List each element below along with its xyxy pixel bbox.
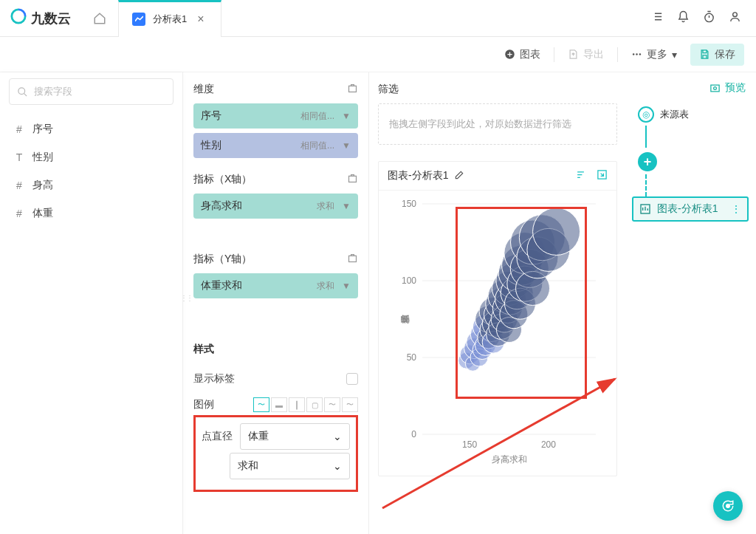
field-pill[interactable]: 体重求和 求和 ▼ [193, 273, 358, 298]
field-pill[interactable]: 序号 相同值... ▼ [193, 103, 358, 129]
pill-label: 性别 [201, 139, 221, 152]
legend-opt-1[interactable]: 〜 [253, 397, 269, 412]
divider [617, 47, 618, 62]
style-header: 样式 [193, 343, 214, 356]
bell-icon[interactable] [677, 10, 690, 27]
legend-opt-5[interactable]: 〜 [324, 397, 340, 412]
chart-node-icon [639, 203, 651, 215]
chevron-down-icon[interactable]: ▼ [342, 281, 351, 291]
tab-analysis-1[interactable]: 分析表1 × [118, 0, 221, 37]
show-label-checkbox[interactable] [346, 373, 358, 385]
svg-text:体重求和: 体重求和 [401, 315, 410, 324]
app-name: 九数云 [31, 10, 71, 27]
chevron-down-icon[interactable]: ▼ [342, 140, 351, 151]
preview-link-label: 预览 [725, 81, 746, 95]
field-type-icon: # [13, 208, 25, 219]
field-item[interactable]: T性别 [9, 143, 173, 171]
svg-point-68 [726, 504, 730, 508]
app-logo[interactable]: 九数云 [0, 8, 81, 28]
legend-options: 〜 ▬ ┃ ▢ 〜 〜 [253, 397, 358, 412]
svg-text:200: 200 [541, 439, 556, 450]
svg-text:150: 150 [462, 439, 477, 450]
dimension-header: 维度 [193, 83, 214, 96]
radius-agg-value: 求和 [238, 459, 258, 473]
user-icon[interactable] [729, 10, 741, 27]
tab-label: 分析表1 [153, 13, 187, 26]
save-button[interactable]: 保存 [690, 44, 744, 66]
main-layout: 搜索字段 #序号T性别#身高#体重 ⋮⋮ 维度 序号 相同值... ▼性别 相同… [0, 72, 756, 534]
edit-icon[interactable] [454, 170, 464, 182]
chart-tab-icon [132, 13, 145, 26]
pill-label: 序号 [201, 109, 221, 123]
svg-point-66 [714, 86, 717, 89]
preview-link[interactable]: 预览 [632, 78, 749, 102]
flow-chart-node[interactable]: 图表-分析表1 ⋮ [632, 196, 749, 222]
pill-tag: 求和 [317, 280, 334, 292]
svg-text:身高求和: 身高求和 [492, 454, 527, 465]
xaxis-config-icon[interactable] [347, 173, 358, 186]
field-label: 体重 [32, 207, 53, 220]
logo-mark-icon [10, 8, 27, 28]
expand-icon[interactable] [597, 169, 608, 182]
home-button[interactable] [81, 0, 118, 37]
filter-header: 筛选 [378, 78, 617, 103]
radius-field-value: 体重 [248, 430, 269, 443]
legend-opt-3[interactable]: ┃ [289, 397, 305, 412]
yaxis-header: 指标（Y轴） [193, 253, 252, 266]
legend-opt-6[interactable]: 〜 [342, 397, 358, 412]
flow-source-node[interactable]: ◎ 来源表 [638, 106, 749, 123]
add-chart-button[interactable]: 图表 [495, 44, 549, 66]
annotation-box-radius: 点直径 体重 ⌄ 占位 求和 ⌄ [193, 415, 358, 492]
field-item[interactable]: #体重 [9, 199, 173, 227]
field-pill[interactable]: 性别 相同值... ▼ [193, 133, 358, 158]
drag-handle-icon[interactable]: ⋮⋮ [183, 294, 192, 302]
save-label: 保存 [715, 48, 735, 61]
chevron-down-icon[interactable]: ▼ [342, 201, 351, 211]
pill-label: 体重求和 [201, 279, 242, 292]
tab-close-icon[interactable]: × [194, 13, 207, 26]
field-item[interactable]: #序号 [9, 115, 173, 143]
legend-opt-4[interactable]: ▢ [306, 397, 323, 412]
svg-point-63 [533, 208, 580, 255]
add-node-button[interactable]: + [638, 152, 657, 171]
more-button[interactable]: 更多 ▾ [622, 44, 686, 66]
svg-text:0: 0 [411, 429, 416, 439]
flow-panel: 预览 ◎ 来源表 + 图表-分析表1 ⋮ [626, 72, 756, 534]
node-menu-icon[interactable]: ⋮ [731, 203, 741, 215]
preview-panel: 筛选 拖拽左侧字段到此处，对原始数据进行筛选 图表-分析表1 050100150… [369, 72, 626, 534]
chevron-down-icon[interactable]: ▼ [342, 111, 351, 121]
field-pill[interactable]: 身高求和 求和 ▼ [193, 194, 358, 219]
field-type-icon: T [13, 151, 25, 163]
top-bar: 九数云 分析表1 × [0, 0, 756, 37]
svg-point-6 [18, 87, 25, 94]
pill-tag: 求和 [317, 200, 334, 213]
dimension-config-icon[interactable] [347, 83, 358, 96]
svg-text:150: 150 [402, 199, 416, 209]
field-item[interactable]: #身高 [9, 171, 173, 199]
field-type-icon: # [13, 179, 25, 191]
filter-placeholder: 拖拽左侧字段到此处，对原始数据进行筛选 [389, 117, 571, 131]
yaxis-config-icon[interactable] [347, 253, 358, 266]
search-input[interactable]: 搜索字段 [9, 78, 173, 105]
help-fab[interactable] [713, 491, 743, 521]
pill-tag: 相同值... [300, 140, 334, 152]
radius-field-select[interactable]: 体重 ⌄ [240, 423, 350, 450]
legend-opt-2[interactable]: ▬ [271, 397, 287, 412]
chevron-down-icon: ▾ [672, 49, 677, 61]
flow-connector-dash [645, 174, 647, 196]
more-label: 更多 [647, 48, 667, 61]
legend-label: 图例 [193, 398, 214, 411]
xaxis-header: 指标（X轴） [193, 173, 252, 186]
target-icon: ◎ [638, 106, 654, 123]
svg-point-1 [733, 12, 738, 16]
chevron-down-icon: ⌄ [333, 431, 342, 442]
filter-dropzone[interactable]: 拖拽左侧字段到此处，对原始数据进行筛选 [378, 103, 617, 145]
chart-card: 图表-分析表1 050100150150200身高求和体重求和 [378, 161, 617, 476]
stopwatch-icon[interactable] [703, 10, 715, 27]
export-button[interactable]: 导出 [559, 44, 613, 66]
chart-title: 图表-分析表1 [388, 169, 448, 182]
radius-agg-select[interactable]: 求和 ⌄ [230, 453, 350, 479]
list-icon[interactable] [651, 10, 664, 27]
chevron-down-icon: ⌄ [333, 460, 342, 472]
sort-icon[interactable] [575, 169, 586, 182]
